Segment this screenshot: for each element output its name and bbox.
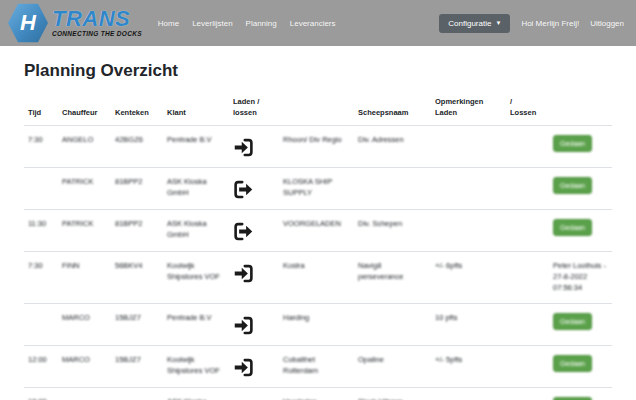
brand-name: TRANS bbox=[52, 8, 142, 30]
top-navbar: H TRANS CONNECTING THE DOCKS Home Leverl… bbox=[0, 0, 636, 46]
cell-klant: ASK Kloska GmbH bbox=[167, 219, 207, 239]
configuratie-dropdown-button[interactable]: Configuratie ▼ bbox=[439, 14, 510, 33]
col-header-opmerkingen-lossen: / Lossen bbox=[506, 91, 549, 126]
cell-klant: Pentrade B.V bbox=[167, 313, 212, 322]
nav-item-leveranciers[interactable]: Leveranciers bbox=[290, 19, 336, 28]
logo-letter: H bbox=[20, 10, 36, 36]
cell-tijd: 12:00 bbox=[28, 355, 47, 364]
cell-opmerkingen-laden: +/- 6pfts bbox=[435, 261, 462, 270]
planning-table: Tijd Chauffeur Kenteken Klant Laden / lo… bbox=[24, 91, 612, 400]
table-row: 12:00 MARCO 15BJZ7 Koolwijk Shipstores V… bbox=[24, 345, 612, 387]
nav-item-home[interactable]: Home bbox=[158, 19, 179, 28]
cell-scheepsnaam: Opaline bbox=[358, 355, 384, 364]
cell-locatie: VOORGELADEN bbox=[283, 219, 341, 228]
done-by-text: Peter Loothuis - 27-8-2022 07:56:34 bbox=[553, 261, 606, 292]
col-header-actie bbox=[549, 91, 612, 126]
cell-scheepsnaam: Stock Hitrans bbox=[358, 397, 403, 400]
cell-chauffeur: ANGELO bbox=[62, 135, 93, 144]
gedaan-button[interactable]: Gedaan bbox=[553, 219, 592, 236]
box-arrow-in-right-icon bbox=[233, 315, 254, 336]
cell-tijd: 11:30 bbox=[28, 219, 46, 228]
cell-locatie: Voorladen bbox=[283, 397, 317, 400]
cell-klant: Koolwijk Shipstores VOF bbox=[167, 355, 220, 375]
col-header-laden-lossen: Laden / lossen bbox=[229, 91, 279, 126]
gedaan-button[interactable]: Gedaan bbox=[553, 355, 592, 372]
col-header-chauffeur: Chauffeur bbox=[58, 91, 111, 126]
cell-scheepsnaam: Div. Adressen bbox=[358, 135, 404, 144]
brand-tagline: CONNECTING THE DOCKS bbox=[52, 31, 142, 38]
cell-opmerkingen-laden: +/- 5pfts bbox=[435, 355, 462, 364]
cell-kenteken: 42BGZ6 bbox=[115, 135, 143, 144]
cell-chauffeur: PATRICK bbox=[62, 177, 93, 186]
chevron-down-icon: ▼ bbox=[495, 20, 501, 26]
cell-kenteken: 15BJZ7 bbox=[115, 355, 141, 364]
hs-trans-logo: H TRANS CONNECTING THE DOCKS bbox=[8, 3, 142, 43]
cell-chauffeur: MARCO bbox=[62, 313, 90, 322]
cell-chauffeur: PATRICK bbox=[62, 219, 93, 228]
table-row: 11:30 PATRICK 81BPP2 ASK Kloska GmbH VOO… bbox=[24, 210, 612, 252]
cell-tijd: 7:30 bbox=[28, 261, 43, 270]
col-header-tijd: Tijd bbox=[24, 91, 58, 126]
gedaan-button[interactable]: Gedaan bbox=[553, 135, 592, 152]
cell-chauffeur: MARCO bbox=[62, 355, 90, 364]
cell-kenteken: 56BKV4 bbox=[115, 261, 143, 270]
hexagon-logo-icon: H bbox=[8, 3, 48, 43]
cell-locatie: KLOSKA SHIP SUPPLY bbox=[283, 177, 332, 197]
col-header-scheepsnaam: Scheepsnaam bbox=[354, 91, 431, 126]
cell-opmerkingen-laden: 10 pfts bbox=[435, 313, 458, 322]
table-row: 16:00 ASK Kloska GmbH Voorladen Stock Hi… bbox=[24, 387, 612, 400]
cell-locatie: Rhoon/ Div Regio bbox=[283, 135, 342, 144]
cell-locatie: Cobalthet Rotterdam bbox=[283, 355, 318, 375]
gedaan-button[interactable]: Gedaan bbox=[553, 313, 592, 330]
table-header-row: Tijd Chauffeur Kenteken Klant Laden / lo… bbox=[24, 91, 612, 126]
nav-item-leverlijsten[interactable]: Leverlijsten bbox=[192, 19, 232, 28]
cell-klant: Pentrade B.V bbox=[167, 135, 212, 144]
box-arrow-in-right-icon bbox=[233, 357, 254, 378]
main-nav: Home Leverlijsten Planning Leveranciers bbox=[158, 19, 336, 28]
table-row: 7:30 ANGELO 42BGZ6 Pentrade B.V Rhoon/ D… bbox=[24, 126, 612, 168]
logout-link[interactable]: Uitloggen bbox=[590, 19, 624, 28]
cell-kenteken: 81BPP2 bbox=[115, 219, 143, 228]
cell-scheepsnaam: Navig8 perseverance bbox=[358, 261, 403, 281]
cell-locatie: Harding bbox=[283, 313, 309, 322]
col-header-locatie bbox=[279, 91, 354, 126]
cell-klant: ASK Kloska GmbH bbox=[167, 397, 207, 400]
col-header-kenteken: Kenteken bbox=[111, 91, 163, 126]
box-arrow-in-right-icon bbox=[233, 137, 254, 158]
box-arrow-in-right-icon bbox=[233, 263, 254, 284]
box-arrow-right-icon bbox=[233, 179, 254, 200]
col-header-klant: Klant bbox=[163, 91, 229, 126]
gedaan-button[interactable]: Gedaan bbox=[553, 177, 592, 194]
user-greeting: Hoi Merlijn Freij! bbox=[521, 19, 579, 28]
table-row: PATRICK 81BPP2 ASK Kloska GmbH KLOSKA SH… bbox=[24, 168, 612, 210]
cell-tijd: 16:00 bbox=[28, 397, 47, 400]
cell-locatie: Kostra bbox=[283, 261, 305, 270]
table-row: MARCO 15BJZ7 Pentrade B.V Harding 10 pft… bbox=[24, 303, 612, 345]
cell-kenteken: 81BPP2 bbox=[115, 177, 143, 186]
cell-scheepsnaam: Div. Schepen bbox=[358, 219, 402, 228]
nav-item-planning[interactable]: Planning bbox=[246, 19, 277, 28]
table-row: 7:30 FINN 56BKV4 Koolwijk Shipstores VOF… bbox=[24, 252, 612, 304]
cell-klant: Koolwijk Shipstores VOF bbox=[167, 261, 220, 281]
cell-tijd: 7:30 bbox=[28, 135, 43, 144]
col-header-opmerkingen-laden: Opmerkingen Laden bbox=[431, 91, 506, 126]
cell-kenteken: 15BJZ7 bbox=[115, 313, 141, 322]
box-arrow-right-icon bbox=[233, 221, 254, 242]
page-title: Planning Overzicht bbox=[24, 61, 636, 81]
cell-klant: ASK Kloska GmbH bbox=[167, 177, 207, 197]
cell-chauffeur: FINN bbox=[62, 261, 80, 270]
gedaan-button[interactable]: Gedaan bbox=[553, 397, 592, 400]
